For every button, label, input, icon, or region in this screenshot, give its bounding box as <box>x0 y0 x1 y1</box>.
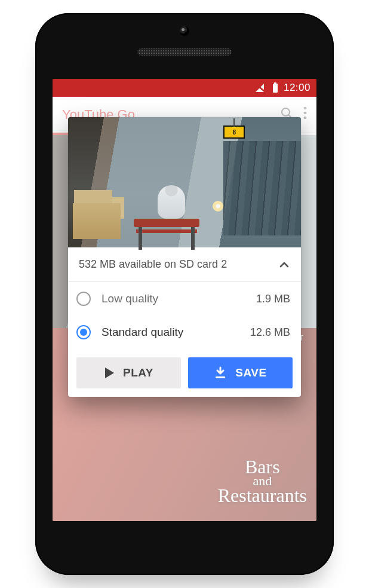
scene-decor <box>158 185 185 219</box>
chevron-up-icon <box>278 259 290 271</box>
play-button-label: PLAY <box>123 366 153 379</box>
quality-option-standard[interactable]: Standard quality 12.6 MB <box>68 316 301 349</box>
quality-label: Low quality <box>102 292 256 305</box>
battery-icon <box>272 82 279 93</box>
device-top <box>35 13 334 79</box>
video-preview[interactable]: 8 <box>68 117 301 247</box>
svg-rect-1 <box>273 84 278 93</box>
scene-decor <box>223 141 301 235</box>
svg-rect-8 <box>216 376 225 378</box>
svg-rect-2 <box>274 82 276 84</box>
quality-option-low[interactable]: Low quality 1.9 MB <box>68 282 301 316</box>
clock: 12:00 <box>284 82 310 94</box>
screen: 12:00 YouTube Go HONEST Bars and Restaur… <box>53 79 316 521</box>
quality-size: 12.6 MB <box>250 326 290 339</box>
play-icon <box>104 367 115 379</box>
play-button[interactable]: PLAY <box>76 357 181 388</box>
save-button[interactable]: SAVE <box>188 357 293 388</box>
device-speaker <box>137 48 232 56</box>
no-signal-icon <box>255 83 267 93</box>
scene-decor <box>134 219 199 227</box>
platform-sign: 8 <box>223 125 245 139</box>
radio-unchecked-icon <box>76 292 91 306</box>
save-button-label: SAVE <box>235 366 266 379</box>
scene-decor <box>73 203 121 239</box>
modal-actions: PLAY SAVE <box>68 349 301 397</box>
storage-available-text: 532 MB available on SD card 2 <box>79 258 278 271</box>
scene-decor <box>213 201 223 212</box>
quality-size: 1.9 MB <box>256 293 290 305</box>
device-frame: 12:00 YouTube Go HONEST Bars and Restaur… <box>35 13 334 575</box>
download-modal: 8 532 MB available on SD card 2 Low qual… <box>68 117 301 397</box>
status-bar: 12:00 <box>53 79 316 97</box>
download-icon <box>214 366 227 379</box>
quality-label: Standard quality <box>102 326 250 339</box>
device-camera <box>180 26 189 36</box>
platform-number: 8 <box>232 129 235 136</box>
storage-row[interactable]: 532 MB available on SD card 2 <box>68 247 301 282</box>
radio-checked-icon <box>76 325 91 339</box>
